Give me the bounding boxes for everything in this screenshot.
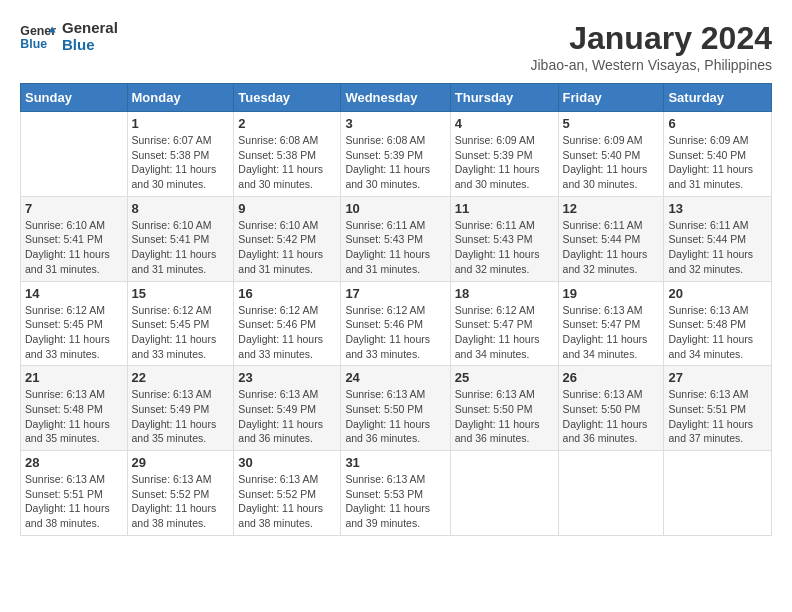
calendar-cell: 24Sunrise: 6:13 AM Sunset: 5:50 PM Dayli… (341, 366, 450, 451)
day-number: 8 (132, 201, 230, 216)
week-row-1: 1Sunrise: 6:07 AM Sunset: 5:38 PM Daylig… (21, 112, 772, 197)
calendar-cell: 4Sunrise: 6:09 AM Sunset: 5:39 PM Daylig… (450, 112, 558, 197)
day-number: 18 (455, 286, 554, 301)
calendar-body: 1Sunrise: 6:07 AM Sunset: 5:38 PM Daylig… (21, 112, 772, 536)
day-info: Sunrise: 6:13 AM Sunset: 5:50 PM Dayligh… (455, 387, 554, 446)
calendar-cell: 10Sunrise: 6:11 AM Sunset: 5:43 PM Dayli… (341, 196, 450, 281)
day-info: Sunrise: 6:13 AM Sunset: 5:47 PM Dayligh… (563, 303, 660, 362)
calendar-cell: 21Sunrise: 6:13 AM Sunset: 5:48 PM Dayli… (21, 366, 128, 451)
day-info: Sunrise: 6:13 AM Sunset: 5:51 PM Dayligh… (25, 472, 123, 531)
col-header-friday: Friday (558, 84, 664, 112)
day-info: Sunrise: 6:09 AM Sunset: 5:40 PM Dayligh… (563, 133, 660, 192)
day-info: Sunrise: 6:11 AM Sunset: 5:43 PM Dayligh… (345, 218, 445, 277)
calendar-cell: 23Sunrise: 6:13 AM Sunset: 5:49 PM Dayli… (234, 366, 341, 451)
page-header: General Blue General Blue January 2024 J… (20, 20, 772, 73)
logo-blue: Blue (62, 37, 118, 54)
calendar-cell: 16Sunrise: 6:12 AM Sunset: 5:46 PM Dayli… (234, 281, 341, 366)
day-number: 2 (238, 116, 336, 131)
calendar-cell: 26Sunrise: 6:13 AM Sunset: 5:50 PM Dayli… (558, 366, 664, 451)
day-number: 25 (455, 370, 554, 385)
calendar-cell: 13Sunrise: 6:11 AM Sunset: 5:44 PM Dayli… (664, 196, 772, 281)
day-info: Sunrise: 6:08 AM Sunset: 5:39 PM Dayligh… (345, 133, 445, 192)
day-info: Sunrise: 6:13 AM Sunset: 5:50 PM Dayligh… (563, 387, 660, 446)
day-number: 22 (132, 370, 230, 385)
day-info: Sunrise: 6:11 AM Sunset: 5:44 PM Dayligh… (668, 218, 767, 277)
day-number: 27 (668, 370, 767, 385)
calendar-cell: 1Sunrise: 6:07 AM Sunset: 5:38 PM Daylig… (127, 112, 234, 197)
day-number: 3 (345, 116, 445, 131)
calendar-cell: 5Sunrise: 6:09 AM Sunset: 5:40 PM Daylig… (558, 112, 664, 197)
col-header-wednesday: Wednesday (341, 84, 450, 112)
calendar-table: SundayMondayTuesdayWednesdayThursdayFrid… (20, 83, 772, 536)
calendar-cell (664, 451, 772, 536)
col-header-thursday: Thursday (450, 84, 558, 112)
day-info: Sunrise: 6:12 AM Sunset: 5:46 PM Dayligh… (238, 303, 336, 362)
calendar-cell: 27Sunrise: 6:13 AM Sunset: 5:51 PM Dayli… (664, 366, 772, 451)
day-info: Sunrise: 6:13 AM Sunset: 5:50 PM Dayligh… (345, 387, 445, 446)
calendar-cell: 8Sunrise: 6:10 AM Sunset: 5:41 PM Daylig… (127, 196, 234, 281)
day-number: 13 (668, 201, 767, 216)
day-info: Sunrise: 6:13 AM Sunset: 5:49 PM Dayligh… (238, 387, 336, 446)
calendar-cell (21, 112, 128, 197)
col-header-saturday: Saturday (664, 84, 772, 112)
day-info: Sunrise: 6:11 AM Sunset: 5:44 PM Dayligh… (563, 218, 660, 277)
day-info: Sunrise: 6:13 AM Sunset: 5:52 PM Dayligh… (132, 472, 230, 531)
week-row-4: 21Sunrise: 6:13 AM Sunset: 5:48 PM Dayli… (21, 366, 772, 451)
day-info: Sunrise: 6:12 AM Sunset: 5:46 PM Dayligh… (345, 303, 445, 362)
day-number: 5 (563, 116, 660, 131)
calendar-cell: 17Sunrise: 6:12 AM Sunset: 5:46 PM Dayli… (341, 281, 450, 366)
day-info: Sunrise: 6:09 AM Sunset: 5:39 PM Dayligh… (455, 133, 554, 192)
day-number: 30 (238, 455, 336, 470)
day-info: Sunrise: 6:12 AM Sunset: 5:45 PM Dayligh… (132, 303, 230, 362)
calendar-cell (450, 451, 558, 536)
day-number: 10 (345, 201, 445, 216)
svg-text:Blue: Blue (20, 37, 47, 51)
calendar-header: SundayMondayTuesdayWednesdayThursdayFrid… (21, 84, 772, 112)
calendar-cell: 6Sunrise: 6:09 AM Sunset: 5:40 PM Daylig… (664, 112, 772, 197)
calendar-cell: 7Sunrise: 6:10 AM Sunset: 5:41 PM Daylig… (21, 196, 128, 281)
week-row-3: 14Sunrise: 6:12 AM Sunset: 5:45 PM Dayli… (21, 281, 772, 366)
day-number: 24 (345, 370, 445, 385)
day-number: 31 (345, 455, 445, 470)
day-number: 7 (25, 201, 123, 216)
day-info: Sunrise: 6:12 AM Sunset: 5:47 PM Dayligh… (455, 303, 554, 362)
calendar-cell: 28Sunrise: 6:13 AM Sunset: 5:51 PM Dayli… (21, 451, 128, 536)
day-number: 1 (132, 116, 230, 131)
calendar-cell: 20Sunrise: 6:13 AM Sunset: 5:48 PM Dayli… (664, 281, 772, 366)
calendar-cell: 14Sunrise: 6:12 AM Sunset: 5:45 PM Dayli… (21, 281, 128, 366)
day-info: Sunrise: 6:12 AM Sunset: 5:45 PM Dayligh… (25, 303, 123, 362)
calendar-cell: 11Sunrise: 6:11 AM Sunset: 5:43 PM Dayli… (450, 196, 558, 281)
day-number: 16 (238, 286, 336, 301)
calendar-cell: 2Sunrise: 6:08 AM Sunset: 5:38 PM Daylig… (234, 112, 341, 197)
calendar-cell: 3Sunrise: 6:08 AM Sunset: 5:39 PM Daylig… (341, 112, 450, 197)
day-number: 28 (25, 455, 123, 470)
day-info: Sunrise: 6:13 AM Sunset: 5:53 PM Dayligh… (345, 472, 445, 531)
logo-icon: General Blue (20, 22, 56, 52)
day-info: Sunrise: 6:13 AM Sunset: 5:51 PM Dayligh… (668, 387, 767, 446)
day-info: Sunrise: 6:13 AM Sunset: 5:48 PM Dayligh… (668, 303, 767, 362)
day-number: 19 (563, 286, 660, 301)
col-header-monday: Monday (127, 84, 234, 112)
calendar-cell: 29Sunrise: 6:13 AM Sunset: 5:52 PM Dayli… (127, 451, 234, 536)
calendar-cell: 31Sunrise: 6:13 AM Sunset: 5:53 PM Dayli… (341, 451, 450, 536)
day-info: Sunrise: 6:13 AM Sunset: 5:48 PM Dayligh… (25, 387, 123, 446)
calendar-cell: 25Sunrise: 6:13 AM Sunset: 5:50 PM Dayli… (450, 366, 558, 451)
location-subtitle: Jibao-an, Western Visayas, Philippines (531, 57, 773, 73)
calendar-cell: 22Sunrise: 6:13 AM Sunset: 5:49 PM Dayli… (127, 366, 234, 451)
day-number: 9 (238, 201, 336, 216)
day-number: 17 (345, 286, 445, 301)
month-title: January 2024 (531, 20, 773, 57)
day-info: Sunrise: 6:13 AM Sunset: 5:49 PM Dayligh… (132, 387, 230, 446)
day-number: 15 (132, 286, 230, 301)
day-number: 11 (455, 201, 554, 216)
day-number: 23 (238, 370, 336, 385)
day-number: 4 (455, 116, 554, 131)
calendar-cell: 9Sunrise: 6:10 AM Sunset: 5:42 PM Daylig… (234, 196, 341, 281)
day-number: 6 (668, 116, 767, 131)
calendar-cell: 15Sunrise: 6:12 AM Sunset: 5:45 PM Dayli… (127, 281, 234, 366)
day-number: 26 (563, 370, 660, 385)
day-info: Sunrise: 6:10 AM Sunset: 5:42 PM Dayligh… (238, 218, 336, 277)
calendar-cell (558, 451, 664, 536)
calendar-cell: 30Sunrise: 6:13 AM Sunset: 5:52 PM Dayli… (234, 451, 341, 536)
day-number: 12 (563, 201, 660, 216)
